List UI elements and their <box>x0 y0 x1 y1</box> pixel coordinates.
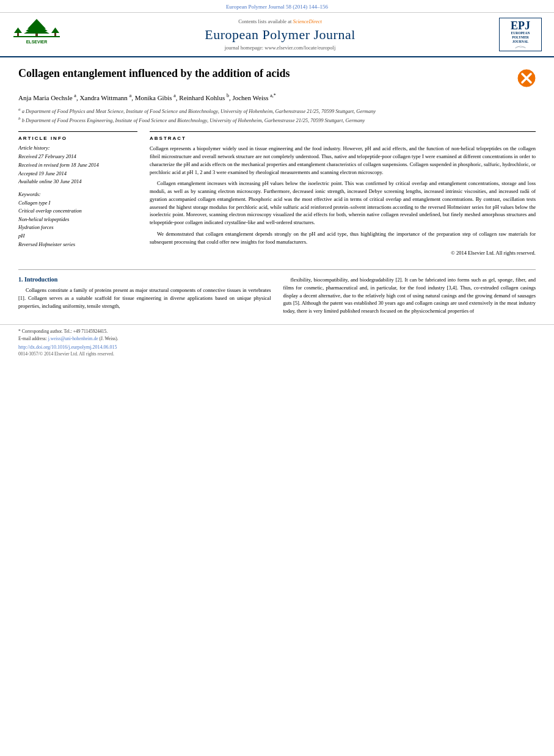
elsevier-logo: ELSEVIER <box>12 18 61 51</box>
journal-center: Contents lists available at ScienceDirec… <box>67 18 493 51</box>
available-online-date: Available online 30 June 2014 <box>18 178 137 186</box>
keyword-3: Non-helical telopeptides <box>18 216 137 224</box>
article-history: Article history: Received 27 February 20… <box>18 145 137 186</box>
affiliation-a: a a Department of Food Physics and Meat … <box>18 106 536 115</box>
svg-text:ELSEVIER: ELSEVIER <box>26 40 48 44</box>
abstract-copyright: © 2014 Elsevier Ltd. All rights reserved… <box>150 249 536 257</box>
intro-right-text: flexibility, biocompatibility, and biode… <box>283 276 536 315</box>
abstract-text: Collagen represents a biopolymer widely … <box>150 145 536 257</box>
keywords-heading: Keywords: <box>18 191 137 197</box>
article-title: Collagen entanglement influenced by the … <box>18 67 511 81</box>
article-info-heading: ARTICLE INFO <box>18 136 137 141</box>
journal-homepage: journal homepage: www.elsevier.com/locat… <box>67 45 493 51</box>
page-wrapper: European Polymer Journal 58 (2014) 144–1… <box>0 0 554 357</box>
intro-section-title: 1. Introduction <box>18 276 271 283</box>
accepted-date: Accepted 19 June 2014 <box>18 170 137 178</box>
epj-logo: EPJ EUROPEANPOLYMERJOURNAL <box>499 18 542 51</box>
authors-line: Anja Maria Oechsle a, Xandra Wittmann a,… <box>18 92 536 103</box>
affiliations: a a Department of Food Physics and Meat … <box>18 106 536 124</box>
journal-title: European Polymer Journal <box>67 27 493 43</box>
footer-notes: * Corresponding author. Tel.: +49 711459… <box>0 324 554 357</box>
epj-full-text: EUROPEANPOLYMERJOURNAL <box>511 31 530 44</box>
keyword-2: Critical overlap concentration <box>18 207 137 216</box>
received-revised-date: Received in revised form 18 June 2014 <box>18 161 137 170</box>
doi-link[interactable]: http://dx.doi.org/10.1016/j.eurpolymj.20… <box>18 344 117 350</box>
abstract-para-3: We demonstrated that collagen entangleme… <box>150 230 536 246</box>
svg-rect-1 <box>13 36 60 37</box>
epj-letters: EPJ <box>511 20 530 31</box>
intro-para-right-1: flexibility, biocompatibility, and biode… <box>283 276 536 315</box>
abstract-heading: ABSTRACT <box>150 136 536 141</box>
keyword-6: Reversed Hofmeister series <box>18 241 137 249</box>
affiliation-b: b b Department of Food Process Engineeri… <box>18 115 536 125</box>
received-date: Received 27 February 2014 <box>18 153 137 161</box>
keywords-section: Keywords: Collagen type I Critical overl… <box>18 191 137 249</box>
article-title-section: Collagen entanglement influenced by the … <box>18 67 536 87</box>
section-divider <box>18 269 536 270</box>
keyword-1: Collagen type I <box>18 199 137 208</box>
intro-left-column: 1. Introduction Collagens constitute a f… <box>18 276 271 318</box>
abstract-para-2: Collagen entanglement increases with inc… <box>150 180 536 227</box>
abstract-para-1: Collagen represents a biopolymer widely … <box>150 145 536 176</box>
crossmark-logo <box>517 69 536 87</box>
journal-reference-bar: European Polymer Journal 58 (2014) 144–1… <box>0 0 554 13</box>
contents-available-line: Contents lists available at ScienceDirec… <box>67 18 493 24</box>
footer-copyright: 0014-3057/© 2014 Elsevier Ltd. All right… <box>18 351 536 357</box>
abstract-column: ABSTRACT Collagen represents a biopolyme… <box>150 131 536 257</box>
intro-para-left-1: Collagens constitute a family of protein… <box>18 286 271 310</box>
introduction-section: 1. Introduction Collagens constitute a f… <box>0 276 554 318</box>
keyword-5: pH <box>18 232 137 241</box>
intro-left-text: Collagens constitute a family of protein… <box>18 286 271 310</box>
intro-right-column: flexibility, biocompatibility, and biode… <box>283 276 536 318</box>
article-info-abstract: ARTICLE INFO Article history: Received 2… <box>18 131 536 257</box>
keyword-4: Hydration forces <box>18 224 137 232</box>
history-title: Article history: <box>18 145 137 151</box>
sciencedirect-link[interactable]: ScienceDirect <box>293 18 321 24</box>
article-content: Collagen entanglement influenced by the … <box>0 57 554 263</box>
article-info-column: ARTICLE INFO Article history: Received 2… <box>18 131 137 257</box>
epj-graph <box>501 45 539 49</box>
corresponding-author-note: * Corresponding author. Tel.: +49 711459… <box>18 328 536 335</box>
journal-header: ELSEVIER Contents lists available at Sci… <box>0 13 554 57</box>
doi-line: http://dx.doi.org/10.1016/j.eurpolymj.20… <box>18 344 536 350</box>
journal-reference-text: European Polymer Journal 58 (2014) 144–1… <box>226 4 328 10</box>
email-note: E-mail address: j.weiss@uni-hohenheim.de… <box>18 335 536 343</box>
author-email[interactable]: j.weiss@uni-hohenheim.de <box>48 336 98 341</box>
